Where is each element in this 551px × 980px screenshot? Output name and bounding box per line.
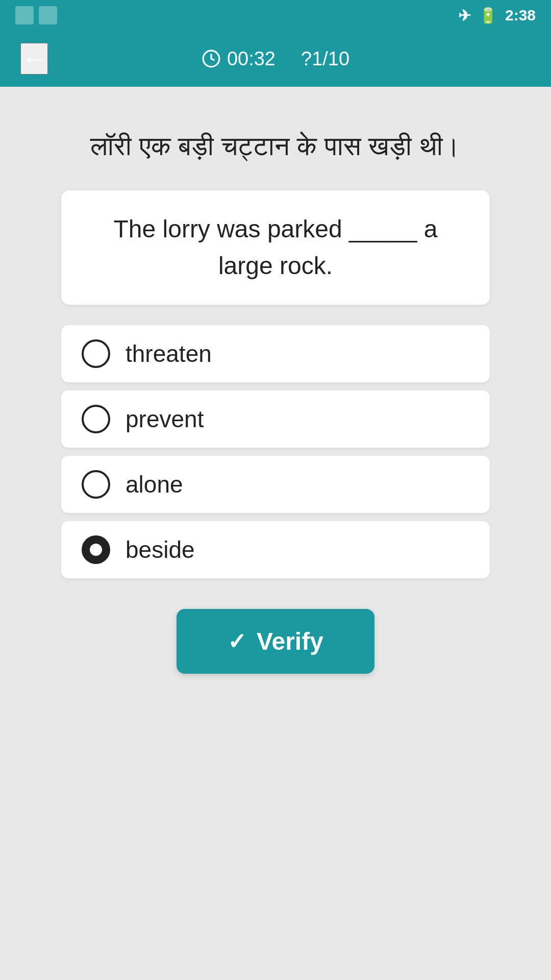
text-icon <box>39 6 57 24</box>
timer-display: 00:32 <box>202 48 276 70</box>
option-label-beside: beside <box>126 536 195 564</box>
option-beside[interactable]: beside <box>61 521 490 578</box>
verify-button[interactable]: ✓ Verify <box>177 609 374 674</box>
header-info: 00:32 ?1/10 <box>202 48 349 70</box>
option-radio-alone <box>82 470 110 499</box>
clock-icon <box>202 49 221 68</box>
question-count: ?1/10 <box>301 48 349 70</box>
clock-time: 2:38 <box>505 7 536 24</box>
option-label-threaten: threaten <box>126 340 212 368</box>
verify-label: Verify <box>257 627 323 655</box>
option-label-alone: alone <box>126 471 183 498</box>
status-bar: ✈ 🔋 2:38 <box>0 0 551 31</box>
question-count-value: ?1/10 <box>301 48 349 69</box>
status-bar-left <box>15 6 57 24</box>
main-content: लॉरी एक बड़ी चट्टान के पास खड़ी थी। The … <box>0 87 551 694</box>
option-label-prevent: prevent <box>126 405 204 433</box>
status-bar-right: ✈ 🔋 2:38 <box>458 7 536 24</box>
back-button[interactable]: ← <box>20 43 48 75</box>
checkmark-icon: ✓ <box>228 628 246 654</box>
option-threaten[interactable]: threaten <box>61 325 490 382</box>
option-radio-prevent <box>82 405 110 433</box>
english-question-box: The lorry was parked _____ a large rock. <box>61 190 490 305</box>
battery-icon: 🔋 <box>479 7 497 24</box>
option-alone[interactable]: alone <box>61 456 490 513</box>
option-prevent[interactable]: prevent <box>61 390 490 448</box>
hindi-question: लॉरी एक बड़ी चट्टान के पास खड़ी थी। <box>90 128 460 165</box>
timer-value: 00:32 <box>227 48 276 70</box>
options-container: threaten prevent alone beside <box>61 325 490 578</box>
image-icon <box>15 6 34 24</box>
option-radio-threaten <box>82 339 110 368</box>
option-radio-beside <box>82 535 110 564</box>
header: ← 00:32 ?1/10 <box>0 31 551 87</box>
airplane-icon: ✈ <box>458 7 471 24</box>
